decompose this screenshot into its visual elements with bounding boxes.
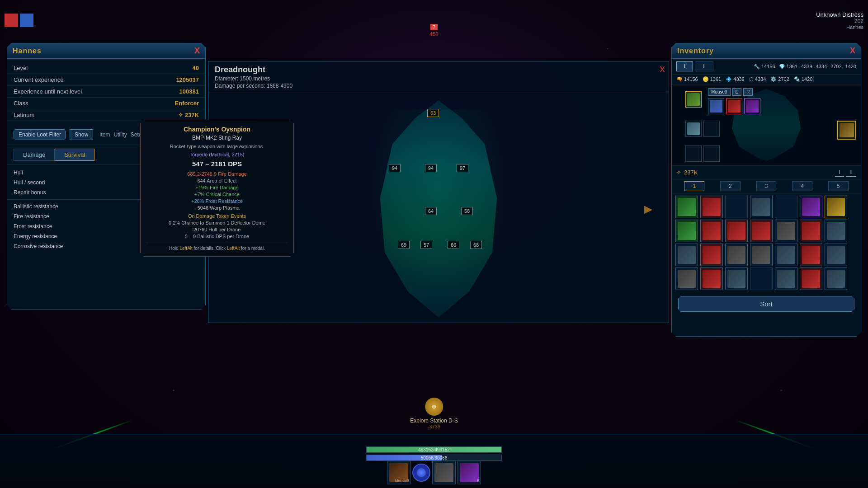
stat-label-next-exp: Experience until next level [14, 88, 82, 95]
inv-cell-1-7[interactable] [825, 196, 847, 218]
inv-cell-2-6[interactable] [800, 220, 822, 242]
inv-cell-1-4[interactable] [750, 196, 773, 218]
inv-cell-3-6[interactable] [800, 244, 822, 266]
ship-slot-68[interactable]: 68 [470, 241, 482, 249]
inv-cell-2-7[interactable] [825, 220, 847, 242]
page-tab-5[interactable]: 5 [828, 181, 849, 191]
ship-close-button[interactable]: X [660, 65, 665, 75]
hotbar: Mouse3 R [387, 461, 481, 484]
inv-btab-ii[interactable]: II [846, 168, 856, 177]
equip-slot-yellow[interactable] [837, 121, 856, 140]
stat-row-level: Level 40 [7, 62, 205, 74]
page-tab-2[interactable]: 2 [720, 181, 741, 191]
ship-slot-66[interactable]: 66 [448, 241, 459, 249]
show-button[interactable]: Show [70, 129, 93, 140]
tooltip-stat-fire-bonus: +19% Fire Damage [146, 185, 288, 190]
filter-extra-label: Item [99, 131, 110, 138]
equip-slot-mouse3[interactable] [708, 98, 724, 114]
inv-cell-1-2[interactable] [700, 196, 723, 218]
inv-cell-4-6[interactable] [800, 267, 822, 290]
energy-bar-row: 50066/90066 [366, 455, 502, 461]
inv-close-button[interactable]: X [850, 46, 855, 56]
inv-cell-1-1[interactable] [675, 196, 698, 218]
inv-cell-4-1[interactable] [675, 267, 698, 290]
page-tab-1[interactable]: 1 [684, 181, 704, 191]
equip-slot-3[interactable] [685, 121, 702, 137]
tooltip-popup: Champion's Oysnpion BMP-MK2 Sting Ray Ro… [140, 120, 294, 257]
page-tab-4[interactable]: 4 [792, 181, 812, 191]
resource-detail-bar: 🔫 14156 🪙 1361 💠 4339 ⬡ 4334 ⚙️ 2702 🔩 1… [672, 75, 861, 84]
tab-survival[interactable]: Survival [55, 149, 94, 161]
center-orb[interactable] [412, 464, 430, 482]
ship-slot-63[interactable]: 63 [427, 109, 439, 117]
hotkey-r: R [743, 88, 753, 96]
inv-cell-3-3[interactable] [725, 244, 748, 266]
equip-slot-b2[interactable] [703, 145, 720, 162]
equip-slots-row1 [708, 98, 760, 114]
inv-cell-3-7[interactable] [825, 244, 847, 266]
inv-cell-3-4[interactable] [750, 244, 773, 266]
footer-leftalt-1: LeftAlt [179, 246, 192, 251]
ship-slot-64[interactable]: 64 [425, 207, 437, 215]
inv-cell-1-5[interactable] [775, 196, 797, 218]
inv-cell-4-5[interactable] [775, 267, 797, 290]
equip-slot-1[interactable] [685, 91, 702, 108]
ship-diameter: Diameter: 1500 metres [215, 75, 662, 82]
inv-cell-4-2[interactable] [700, 267, 723, 290]
inv-cell-2-1[interactable] [675, 220, 698, 242]
inv-cell-1-3[interactable] [725, 196, 748, 218]
page-tab-3[interactable]: 3 [756, 181, 777, 191]
inv-cell-2-3[interactable] [725, 220, 748, 242]
inv-cell-2-4[interactable] [750, 220, 773, 242]
inv-cell-3-2[interactable] [700, 244, 723, 266]
hotbar-label-1: Mouse3 [395, 479, 409, 483]
ship-equipment-area: Mouse3 E R [672, 84, 861, 166]
hull-bar-text: 493152/493152 [367, 447, 501, 452]
char-panel-title: Hannes [13, 47, 42, 55]
char-close-button[interactable]: X [194, 46, 200, 56]
nav-arrow-right[interactable]: ► [637, 198, 660, 221]
inv-tabs: I II 🔧 14156 💎 1361 4339 4334 2702 1420 [672, 59, 861, 75]
ship-header: Dreadnought Diameter: 1500 metres Damage… [208, 61, 669, 93]
inv-cell-4-4[interactable] [750, 267, 773, 290]
inv-cell-3-5[interactable] [775, 244, 797, 266]
tooltip-stat-frost: +26% Frost Resistance [146, 198, 288, 204]
enable-loot-filter-button[interactable]: Enable Loot Filter [14, 129, 66, 140]
inv-tab-2[interactable]: II [695, 61, 713, 71]
surv-label-frost: Frost resistance [14, 223, 52, 230]
ship-slot-57[interactable]: 57 [420, 241, 432, 249]
ship-slot-94a[interactable]: 94 [389, 164, 401, 172]
tooltip-title: Champion's Oysnpion [146, 126, 288, 133]
stat-row-class: Class Enforcer [7, 98, 205, 109]
equip-slot-r[interactable] [744, 98, 760, 114]
stat-value-latinum: ✧ 237K [178, 112, 199, 118]
tooltip-event-label: On Damage Taken Events [146, 213, 288, 219]
hotbar-slot-3[interactable]: R [458, 461, 481, 484]
ship-slot-94b[interactable]: 94 [425, 164, 437, 172]
tooltip-type: Torpedo (Mythical, 2215) [146, 152, 288, 157]
stat-row-exp: Current experience 1205037 [7, 74, 205, 86]
tab-damage[interactable]: Damage [14, 149, 55, 161]
ship-slot-97[interactable]: 97 [457, 164, 468, 172]
equip-slot-e[interactable] [726, 98, 742, 114]
hotbar-slot-1[interactable]: Mouse3 [387, 461, 410, 484]
inv-cell-4-7[interactable] [825, 267, 847, 290]
sort-button[interactable]: Sort [678, 296, 854, 312]
equip-slot-b1[interactable] [685, 145, 702, 162]
surv-label-fire: Fire resistance [14, 213, 49, 220]
inv-cell-2-2[interactable] [700, 220, 723, 242]
ship-slot-58[interactable]: 58 [461, 207, 473, 215]
stat-label-latinum: Latinum [14, 112, 34, 118]
ship-visual: 63 94 94 97 64 58 69 57 66 68 [362, 101, 515, 318]
inv-cell-2-5[interactable] [775, 220, 797, 242]
inv-tab-1[interactable]: I [676, 61, 693, 71]
ship-slot-69[interactable]: 69 [398, 241, 410, 249]
inv-cell-4-3[interactable] [725, 267, 748, 290]
inv-cell-1-6[interactable] [800, 196, 822, 218]
res-gun: 🔫 14156 [676, 76, 698, 82]
inv-cell-3-1[interactable] [675, 244, 698, 266]
equip-slot-4[interactable] [703, 121, 720, 137]
res-tech: ⚙️ 2702 [770, 76, 789, 82]
inv-btab-i[interactable]: I [835, 168, 844, 177]
hotbar-slot-2[interactable] [432, 461, 456, 484]
